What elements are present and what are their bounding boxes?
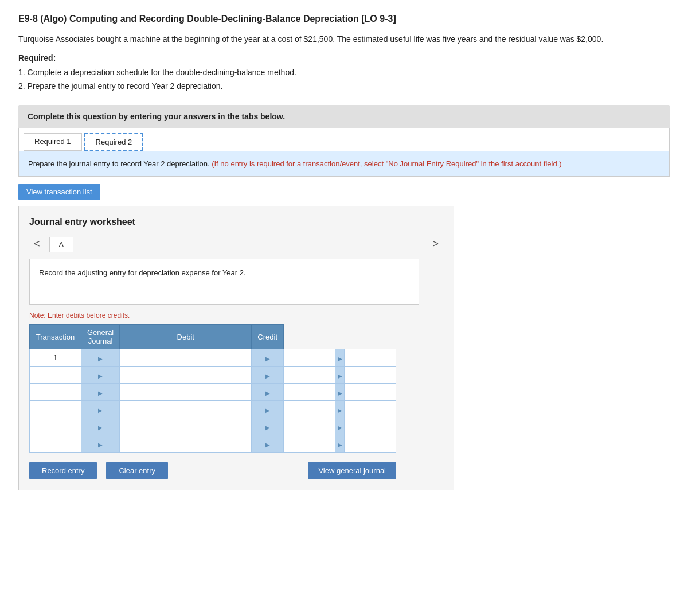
- general-journal-cell[interactable]: [120, 384, 252, 401]
- debit-input[interactable]: [284, 401, 335, 418]
- general-journal-cell[interactable]: [120, 367, 252, 384]
- nav-prev-button[interactable]: <: [29, 237, 45, 251]
- col-transaction: Transaction: [30, 325, 81, 349]
- debit-input[interactable]: [284, 435, 335, 452]
- view-transaction-button[interactable]: View transaction list: [18, 184, 100, 200]
- debit-input[interactable]: [284, 367, 335, 383]
- transaction-cell: [30, 435, 81, 453]
- col-general-journal: General Journal: [81, 325, 120, 349]
- credit-cell[interactable]: [345, 401, 396, 418]
- table-row: [30, 384, 396, 401]
- credit-cell[interactable]: [345, 435, 396, 453]
- debit-cell[interactable]: [284, 349, 335, 367]
- tabs-container: Required 1 Required 2 Prepare the journa…: [18, 128, 670, 177]
- transaction-cell: 1: [30, 349, 81, 367]
- tabs-row: Required 1 Required 2: [19, 128, 669, 151]
- general-journal-input[interactable]: [120, 418, 251, 435]
- clear-entry-button[interactable]: Clear entry: [106, 462, 168, 479]
- table-row: [30, 401, 396, 418]
- table-row: 1: [30, 349, 396, 367]
- debit-cell[interactable]: [284, 401, 335, 418]
- general-journal-input[interactable]: [120, 367, 251, 383]
- general-journal-cell[interactable]: [120, 418, 252, 435]
- tab-required-2[interactable]: Required 2: [84, 133, 144, 151]
- general-journal-input[interactable]: [120, 401, 251, 418]
- tab-red-text: (If no entry is required for a transacti…: [212, 159, 561, 168]
- arrow-cell: [81, 384, 120, 401]
- requirement-2: 2. Prepare the journal entry to record Y…: [18, 80, 670, 93]
- col-debit: Debit: [120, 325, 252, 349]
- general-journal-cell[interactable]: [120, 435, 252, 453]
- credit-cell[interactable]: [345, 418, 396, 435]
- col-credit: Credit: [252, 325, 284, 349]
- transaction-cell: [30, 384, 81, 401]
- credit-cell[interactable]: [345, 349, 396, 367]
- general-journal-input[interactable]: [120, 384, 251, 400]
- debit-input[interactable]: [284, 349, 335, 366]
- arrow-cell-credit: [335, 384, 345, 401]
- debit-cell[interactable]: [284, 367, 335, 384]
- required-label: Required:: [18, 53, 670, 63]
- transaction-cell: [30, 418, 81, 435]
- arrow-cell: [81, 367, 120, 384]
- debit-input[interactable]: [284, 384, 335, 400]
- arrow-cell-debit: [252, 435, 284, 453]
- arrow-cell-credit: [335, 435, 345, 453]
- credit-input[interactable]: [345, 384, 396, 400]
- transaction-cell: [30, 367, 81, 384]
- table-row: [30, 418, 396, 435]
- arrow-cell-credit: [335, 367, 345, 384]
- arrow-cell-debit: [252, 418, 284, 435]
- tab-required-1[interactable]: Required 1: [24, 133, 82, 151]
- instruction-bar: Complete this question by entering your …: [18, 105, 670, 128]
- requirements: 1. Complete a depreciation schedule for …: [18, 66, 670, 93]
- debit-cell[interactable]: [284, 418, 335, 435]
- worksheet-container: Journal entry worksheet < A > Record the…: [18, 206, 454, 490]
- table-row: [30, 367, 396, 384]
- debit-cell[interactable]: [284, 435, 335, 453]
- transaction-cell: [30, 401, 81, 418]
- credit-input[interactable]: [345, 401, 396, 418]
- general-journal-cell[interactable]: [120, 349, 252, 367]
- arrow-cell: [81, 435, 120, 453]
- nav-row: < A >: [29, 236, 443, 252]
- general-journal-input[interactable]: [120, 435, 251, 452]
- arrow-cell-credit: [335, 401, 345, 418]
- tab-content-area: Prepare the journal entry to record Year…: [19, 151, 669, 177]
- page-title: E9-8 (Algo) Computing and Recording Doub…: [18, 14, 670, 24]
- table-row: [30, 435, 396, 453]
- credit-input[interactable]: [345, 435, 396, 452]
- intro-text: Turquoise Associates bought a machine at…: [18, 33, 670, 45]
- debit-input[interactable]: [284, 418, 335, 435]
- credit-input[interactable]: [345, 418, 396, 435]
- arrow-cell-debit: [252, 367, 284, 384]
- credit-input[interactable]: [345, 367, 396, 383]
- general-journal-cell[interactable]: [120, 401, 252, 418]
- general-journal-input[interactable]: [120, 349, 251, 366]
- tab-a[interactable]: A: [49, 237, 74, 252]
- worksheet-title: Journal entry worksheet: [29, 217, 443, 227]
- arrow-cell: [81, 349, 120, 367]
- arrow-cell: [81, 418, 120, 435]
- debit-cell[interactable]: [284, 384, 335, 401]
- nav-next-button[interactable]: >: [428, 237, 443, 251]
- arrow-cell-credit: [335, 349, 345, 367]
- description-box: Record the adjusting entry for depreciat…: [29, 259, 419, 305]
- credit-cell[interactable]: [345, 367, 396, 384]
- tab-main-text: Prepare the journal entry to record Year…: [28, 159, 210, 168]
- view-general-journal-button[interactable]: View general journal: [308, 462, 396, 479]
- arrow-cell: [81, 401, 120, 418]
- arrow-cell-credit: [335, 418, 345, 435]
- credit-input[interactable]: [345, 349, 396, 366]
- button-row: Record entry Clear entry View general jo…: [29, 462, 396, 479]
- requirement-1: 1. Complete a depreciation schedule for …: [18, 66, 670, 80]
- record-entry-button[interactable]: Record entry: [29, 462, 97, 479]
- arrow-cell-debit: [252, 384, 284, 401]
- note-text: Note: Enter debits before credits.: [29, 311, 443, 319]
- arrow-cell-debit: [252, 401, 284, 418]
- credit-cell[interactable]: [345, 384, 396, 401]
- journal-table: Transaction General Journal Debit Credit…: [29, 324, 396, 453]
- arrow-cell-debit: [252, 349, 284, 367]
